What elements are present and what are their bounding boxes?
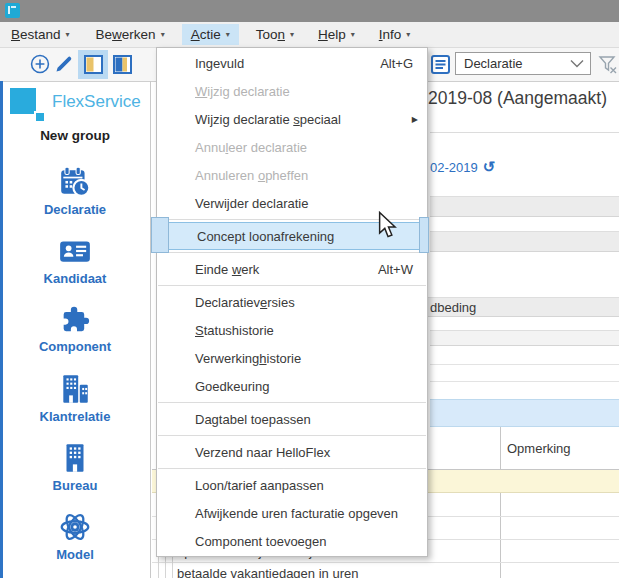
panel-left-icon[interactable]	[84, 55, 103, 74]
menu-item-afwijkende-uren-facturatie[interactable]: Afwijkende uren facturatie opgeven	[157, 499, 427, 527]
menu-item-statushistorie[interactable]: Statushistorie	[157, 316, 427, 344]
menu-item-verzend-naar-helloflex[interactable]: Verzend naar HelloFlex	[157, 438, 427, 466]
menu-item-component-toevoegen[interactable]: Component toevoegen	[157, 527, 427, 555]
menu-separator	[158, 285, 426, 286]
period-link-row[interactable]: 02-2019 ↺	[430, 158, 495, 176]
column-header-opmerking[interactable]: Opmerking	[507, 441, 571, 456]
puzzle-icon	[59, 304, 91, 336]
submenu-arrow-icon: ▶	[412, 115, 418, 124]
menu-item-label: Annuleer declaratie	[195, 140, 307, 155]
menu-item-verwerkinghistorie[interactable]: Verwerkinghistorie	[157, 344, 427, 372]
menu-item-label: Verwerkinghistorie	[195, 351, 301, 366]
flexservice-logo-icon	[10, 86, 48, 124]
menu-item-declaratieversies[interactable]: Declaratieversies	[157, 288, 427, 316]
sidebar-group-label: New group	[0, 128, 150, 143]
menu-item-label: Annuleren opheffen	[195, 168, 308, 183]
caret-down-icon: ▾	[290, 30, 294, 39]
divider	[430, 132, 619, 133]
sidebar-item-klantrelatie[interactable]: Klantrelatie	[0, 363, 150, 432]
menu-item-wijzig-declaratie-speciaal[interactable]: Wijzig declaratie speciaal ▶	[157, 105, 427, 133]
menu-separator	[158, 252, 426, 253]
clear-filter-icon[interactable]	[598, 54, 618, 75]
divider	[430, 381, 619, 382]
menu-item-einde-werk[interactable]: Einde werk Alt+W	[157, 255, 427, 283]
panel-split-icon[interactable]	[113, 55, 132, 74]
menu-separator	[158, 468, 426, 469]
sidebar-item-bureau[interactable]: Bureau	[0, 432, 150, 501]
chevron-down-icon	[570, 59, 584, 68]
mouse-cursor	[377, 211, 397, 239]
menu-actie[interactable]: Actie ▾	[182, 24, 239, 45]
menu-item-wijzig-declaratie: Wijzig declaratie	[157, 77, 427, 105]
menu-item-label: Wijzig declaratie speciaal	[195, 112, 341, 127]
sidebar-item-kandidaat[interactable]: Kandidaat	[0, 225, 150, 294]
grid-row	[430, 330, 619, 346]
menu-bestand[interactable]: Bestand ▾	[2, 24, 79, 45]
menu-item-goedkeuring[interactable]: Goedkeuring	[157, 372, 427, 400]
menu-item-label: Statushistorie	[195, 323, 274, 338]
combobox-value: Declaratie	[464, 56, 523, 71]
row-border	[152, 562, 619, 563]
menu-item-label: Concept loonafrekening	[197, 229, 334, 244]
menu-item-label: Verwijder declaratie	[195, 196, 308, 211]
history-icon[interactable]: ↺	[483, 158, 496, 176]
menu-item-label: Afwijkende uren facturatie opgeven	[195, 506, 398, 521]
menu-item-label: Dagtabel toepassen	[195, 412, 311, 427]
caret-down-icon: ▾	[226, 30, 230, 39]
caret-down-icon: ▾	[406, 30, 410, 39]
menu-item-ingevuld[interactable]: Ingevuld Alt+G	[157, 49, 427, 77]
menu-shortcut: Alt+W	[378, 262, 413, 277]
splitter-handle[interactable]	[151, 217, 169, 253]
table-row-label[interactable]: betaalde vakantiedagen in uren	[177, 566, 358, 578]
edit-pencil-icon[interactable]	[54, 54, 74, 74]
filter-combobox[interactable]: Declaratie	[455, 52, 591, 75]
sidebar-nav: Declaratie Kandidaat Component	[0, 156, 150, 570]
buildings-icon	[58, 372, 92, 406]
calendar-clock-icon	[58, 165, 92, 199]
section-band	[430, 231, 619, 252]
sidebar-item-declaratie[interactable]: Declaratie	[0, 156, 150, 225]
menu-separator	[158, 435, 426, 436]
caret-down-icon: ▾	[351, 30, 355, 39]
menu-item-label: Declaratieversies	[195, 295, 295, 310]
caret-down-icon: ▾	[66, 30, 70, 39]
menu-item-annuleren-opheffen: Annuleren opheffen	[157, 161, 427, 189]
section-band-arbeidsbeding: dbeding	[428, 297, 619, 317]
application-window: Bestand ▾ Bewerken ▾ Actie ▾ Toon ▾ Help…	[0, 0, 619, 578]
atom-icon	[58, 510, 92, 544]
menu-item-dagtabel-toepassen[interactable]: Dagtabel toepassen	[157, 405, 427, 433]
period-link[interactable]: 02-2019	[430, 160, 478, 175]
menu-shortcut: Alt+G	[380, 56, 413, 71]
brand-name: FlexService	[52, 92, 141, 112]
document-list-icon[interactable]	[431, 55, 450, 74]
app-icon	[5, 3, 20, 18]
sidebar-item-component[interactable]: Component	[0, 294, 150, 363]
group-header-band	[430, 399, 619, 427]
sidebar-divider	[150, 81, 151, 578]
section-band	[430, 196, 619, 217]
building-icon	[58, 441, 92, 475]
menu-bewerken[interactable]: Bewerken ▾	[87, 24, 174, 45]
section-label: dbeding	[430, 300, 476, 315]
menu-toon[interactable]: Toon ▾	[247, 24, 303, 45]
menu-info[interactable]: Info ▾	[370, 24, 420, 45]
sidebar-item-model[interactable]: Model	[0, 501, 150, 570]
add-circle-icon[interactable]	[29, 53, 51, 75]
menu-item-label: Einde werk	[195, 262, 259, 277]
splitter-handle[interactable]	[419, 217, 429, 253]
column-divider	[500, 427, 501, 578]
id-card-icon	[58, 234, 92, 268]
actie-dropdown-menu: Ingevuld Alt+G Wijzig declaratie Wijzig …	[156, 47, 428, 557]
menu-item-loon-tarief-aanpassen[interactable]: Loon/tarief aanpassen	[157, 471, 427, 499]
caret-down-icon: ▾	[161, 30, 165, 39]
menu-item-annuleer-declaratie: Annuleer declaratie	[157, 133, 427, 161]
brand-logo: FlexService	[10, 86, 141, 124]
menu-item-label: Verzend naar HelloFlex	[195, 445, 330, 460]
menu-help[interactable]: Help ▾	[309, 24, 364, 45]
menu-item-label: Loon/tarief aanpassen	[195, 478, 324, 493]
menu-separator	[158, 402, 426, 403]
page-title: 2019-08 (Aangemaakt)	[428, 88, 607, 109]
divider	[430, 364, 619, 365]
menu-bar: Bestand ▾ Bewerken ▾ Actie ▾ Toon ▾ Help…	[0, 22, 619, 48]
menu-item-label: Ingevuld	[195, 56, 244, 71]
